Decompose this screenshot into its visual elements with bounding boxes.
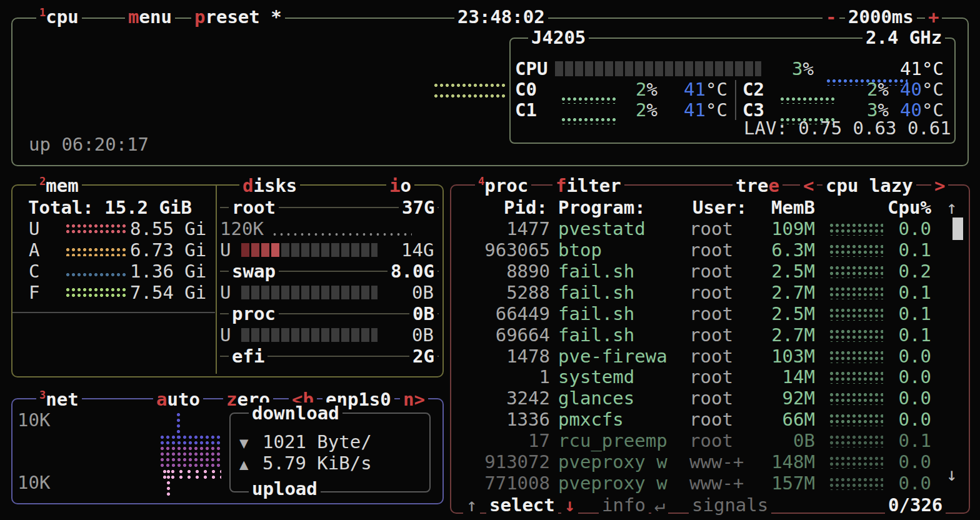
process-row[interactable]: 963065btoproot6.3M0.1 xyxy=(450,239,968,261)
proc-header-mem[interactable]: MemB xyxy=(771,197,815,218)
process-row[interactable]: 3242glancesroot92M0.0 xyxy=(450,388,968,409)
select-down-icon[interactable]: ↓ xyxy=(561,494,578,516)
proc-tab[interactable]: 4proc xyxy=(475,175,531,196)
proc-sort-next-button[interactable]: > xyxy=(931,175,948,196)
mem-disks-divider xyxy=(216,186,217,374)
preset-button[interactable]: preset * xyxy=(191,6,285,28)
core-percent: 2% xyxy=(860,79,889,100)
proc-tree-toggle[interactable]: tree xyxy=(732,175,782,196)
upload-label: upload xyxy=(249,478,321,499)
interval-value: 2000ms xyxy=(845,6,917,28)
upload-arrow-icon: ▲ xyxy=(239,454,248,475)
disk-used-meter xyxy=(241,328,378,342)
process-row[interactable]: 5288fail.shroot2.7M0.1 xyxy=(450,282,968,303)
net-scale-bottom: 10K xyxy=(18,472,50,493)
mem-row-key: U xyxy=(29,218,39,239)
process-row[interactable]: 8890fail.shroot2.5M0.2 xyxy=(450,261,968,282)
mem-row-value: 1.36 Gi xyxy=(130,261,206,282)
core-column-divider xyxy=(735,80,736,120)
net-auto-toggle[interactable]: auto xyxy=(153,389,203,410)
process-count: 0/326 xyxy=(885,494,946,516)
net-upload-graph xyxy=(166,469,172,496)
process-row[interactable]: 66449fail.shroot2.5M0.1 xyxy=(450,303,968,324)
disk-used-meter xyxy=(241,286,378,299)
mem-row-value: 6.73 Gi xyxy=(130,239,206,261)
mem-row-value: 8.55 Gi xyxy=(130,218,206,239)
proc-header-program[interactable]: Program: xyxy=(558,197,646,218)
process-row[interactable]: 1systemdroot14M0.0 xyxy=(450,366,968,388)
disk-io-value: 120K xyxy=(220,218,264,239)
process-row[interactable]: 913072pveproxy wwww-+148M0.0 xyxy=(450,451,968,472)
core-graph xyxy=(561,118,616,124)
btop-screen: 1cpu menu preset * 23:48:02 - 2000ms + J… xyxy=(0,0,980,520)
mem-tab-label: mem xyxy=(46,175,78,196)
select-up-icon[interactable]: ↑ xyxy=(463,494,480,516)
disk-used-meter-fill xyxy=(251,243,259,257)
core-percent: 2% xyxy=(629,79,658,100)
interval-increase-button[interactable]: + xyxy=(925,6,942,28)
enter-icon: ↵ xyxy=(651,494,668,516)
disk-used-label: U xyxy=(220,282,231,303)
disk-name: efi xyxy=(229,346,268,367)
net-tab[interactable]: 3net xyxy=(36,389,82,410)
core-percent: 2% xyxy=(629,99,658,121)
interval-decrease-button[interactable]: - xyxy=(822,6,839,28)
cpu-total-temp: 41°C xyxy=(900,58,944,79)
process-row[interactable]: 1478pve-firewaroot103M0.0 xyxy=(450,346,968,367)
mem-tab-number: 2 xyxy=(39,175,46,188)
disk-size: 37G xyxy=(399,197,438,218)
info-button[interactable]: info xyxy=(599,494,649,516)
proc-header-cpu[interactable]: Cpu% xyxy=(888,197,931,218)
disk-used-value: 0B xyxy=(412,324,434,346)
proc-tab-label: proc xyxy=(484,175,528,196)
load-average: LAV: 0.75 0.63 0.61 xyxy=(744,118,951,139)
mem-tab[interactable]: 2mem xyxy=(36,175,82,196)
cpu-usage-graph xyxy=(434,83,508,89)
process-row[interactable]: 1477pvestatdroot109M0.0 xyxy=(450,218,968,239)
net-upload-graph xyxy=(160,446,221,467)
disk-used-value: 14G xyxy=(401,239,434,261)
net-iface-next-button[interactable]: n> xyxy=(400,389,428,410)
mem-available-graph xyxy=(66,248,127,256)
core-temp: 41°C xyxy=(684,79,728,100)
select-button[interactable]: select xyxy=(486,494,558,516)
process-row[interactable]: 69664fail.shroot2.7M0.1 xyxy=(450,324,968,346)
cpu-tab-label: cpu xyxy=(46,6,78,28)
cpu-frequency: 2.4 GHz xyxy=(862,27,945,48)
cpu-tab[interactable]: 1cpu xyxy=(36,6,82,28)
download-value: 1021 Byte/ xyxy=(262,431,372,452)
net-scale-top: 10K xyxy=(18,409,50,431)
download-arrow-icon: ▼ xyxy=(239,432,248,454)
disks-title: disks xyxy=(239,175,300,196)
process-row[interactable]: 1336pmxcfsroot66M0.0 xyxy=(450,409,968,430)
disk-name: swap xyxy=(229,261,279,282)
disk-used-value: 0B xyxy=(412,282,434,303)
core-label: C1 xyxy=(515,99,537,121)
cpu-usage-graph xyxy=(434,94,508,99)
disk-io-graph xyxy=(273,232,412,238)
proc-header-pid[interactable]: Pid: xyxy=(504,197,548,218)
disk-name: proc xyxy=(229,303,279,324)
proc-sort-prev-button[interactable]: < xyxy=(800,175,817,196)
proc-header-user[interactable]: User: xyxy=(692,197,747,218)
disks-io-toggle[interactable]: io xyxy=(386,175,414,196)
net-download-graph xyxy=(160,435,221,446)
cpu-tab-number: 1 xyxy=(39,6,46,19)
download-label: download xyxy=(249,402,342,424)
process-row[interactable]: 771008pveproxy wwww-+157M0.0 xyxy=(450,472,968,494)
scroll-up-icon[interactable]: ↑ xyxy=(946,197,957,218)
core-graph xyxy=(561,97,616,104)
core-temp: 41°C xyxy=(684,99,728,121)
menu-button[interactable]: menu xyxy=(125,6,175,28)
mem-total: Total: 15.2 GiB xyxy=(28,197,192,218)
disk-used-meter-fill xyxy=(271,243,279,257)
signals-button[interactable]: signals xyxy=(689,494,771,516)
process-row[interactable]: 17rcu_preemproot0B0.1 xyxy=(450,430,968,451)
disk-size: 2G xyxy=(409,346,438,367)
disk-name: root xyxy=(229,197,279,218)
clock: 23:48:02 xyxy=(454,6,548,28)
cpu-model: J4205 xyxy=(528,27,589,48)
disk-used-meter-fill xyxy=(241,243,249,257)
disk-used-label: U xyxy=(220,239,231,261)
proc-filter-button[interactable]: filter xyxy=(552,175,624,196)
